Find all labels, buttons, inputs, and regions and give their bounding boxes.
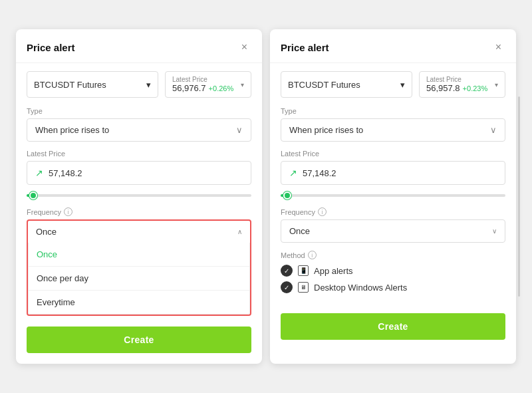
right-method-label-row: Method i	[281, 251, 505, 259]
left-latest-price-label: Latest Price	[172, 76, 233, 83]
right-scrollbar	[518, 96, 520, 297]
right-price-box[interactable]: Latest Price 56,957.8 +0.23% ▾	[419, 71, 505, 98]
left-frequency-dropdown: Once Once per day Everytime	[28, 243, 250, 315]
right-close-button[interactable]: ×	[491, 40, 505, 55]
right-type-chevron: ∨	[490, 125, 497, 135]
right-slider-track	[281, 194, 505, 197]
right-latest-price-label: Latest Price	[426, 76, 487, 83]
left-price-label: Latest Price	[27, 150, 251, 158]
left-panel-footer: Create	[16, 327, 262, 364]
left-price-change: +0.26%	[209, 84, 234, 92]
left-panel-title: Price alert	[27, 42, 75, 53]
right-slider-thumb[interactable]	[283, 192, 291, 199]
right-frequency-label-row: Frequency i	[281, 207, 505, 216]
left-dropdown-everytime[interactable]: Everytime	[29, 291, 249, 314]
left-close-button[interactable]: ×	[237, 40, 251, 55]
right-method-desktop-label: Desktop Windows Alerts	[314, 283, 407, 293]
right-frequency-value: Once	[289, 226, 310, 236]
left-type-label: Type	[27, 107, 251, 115]
left-price-box[interactable]: Latest Price 56,976.7 +0.26% ▾	[165, 71, 251, 98]
left-instrument-row: BTCUSDT Futures ▾ Latest Price 56,976.7 …	[27, 71, 251, 98]
right-phone-icon: 📱	[298, 265, 309, 276]
right-method-app-alerts[interactable]: ✓ 📱 App alerts	[281, 265, 505, 277]
left-arrow-up-icon: ↗	[35, 168, 43, 178]
left-panel-header: Price alert ×	[16, 29, 262, 63]
right-panel-header: Price alert ×	[270, 29, 516, 63]
left-instrument-name: BTCUSDT Futures	[34, 80, 106, 90]
left-frequency-info-icon[interactable]: i	[64, 207, 72, 216]
left-panel-body: BTCUSDT Futures ▾ Latest Price 56,976.7 …	[16, 63, 262, 327]
left-panel: Price alert × BTCUSDT Futures ▾ Latest P…	[16, 29, 262, 364]
right-type-label: Type	[281, 107, 505, 115]
right-monitor-icon: 🖥	[298, 282, 309, 293]
right-method-section: Method i ✓ 📱 App alerts ✓ 🖥 Desktop Wind…	[281, 251, 505, 293]
left-price-box-inner: Latest Price 56,976.7 +0.26%	[172, 76, 233, 93]
right-instrument-select[interactable]: BTCUSDT Futures ▾	[281, 71, 412, 98]
right-frequency-label: Frequency	[281, 208, 315, 216]
right-create-button[interactable]: Create	[281, 313, 505, 340]
left-type-value: When price rises to	[35, 125, 109, 135]
right-method-desktop-alerts[interactable]: ✓ 🖥 Desktop Windows Alerts	[281, 281, 505, 293]
right-method-info-icon[interactable]: i	[308, 251, 317, 259]
left-slider[interactable]	[27, 192, 251, 199]
right-price-change: +0.23%	[463, 84, 488, 92]
left-instrument-chevron: ▾	[146, 80, 151, 90]
left-frequency-value: Once	[36, 227, 57, 237]
right-price-input-value: 57,148.2	[303, 168, 336, 178]
left-instrument-select[interactable]: BTCUSDT Futures ▾	[27, 71, 158, 98]
right-frequency-info-icon[interactable]: i	[318, 207, 327, 216]
left-type-select[interactable]: When price rises to ∨	[27, 118, 251, 142]
right-instrument-chevron: ▾	[400, 80, 405, 90]
left-create-button[interactable]: Create	[27, 327, 251, 353]
right-method-app-label: App alerts	[314, 266, 353, 276]
left-frequency-chevron-up: ∧	[237, 228, 242, 235]
left-type-chevron: ∨	[236, 125, 243, 135]
left-frequency-box: Once ∧ Once Once per day Everytime	[27, 219, 251, 316]
right-slider[interactable]	[281, 192, 505, 199]
right-type-select[interactable]: When price rises to ∨	[281, 118, 505, 142]
right-price-input[interactable]: ↗ 57,148.2	[281, 161, 505, 185]
right-price-label: Latest Price	[281, 150, 505, 158]
left-frequency-section: Frequency i Once ∧ Once Once per day Eve…	[27, 207, 251, 316]
right-latest-price-value: 56,957.8	[426, 83, 460, 93]
left-slider-track	[27, 194, 251, 197]
right-check-icon-1: ✓	[281, 265, 293, 277]
right-price-box-inner: Latest Price 56,957.8 +0.23%	[426, 76, 487, 93]
left-dropdown-once[interactable]: Once	[29, 243, 249, 266]
right-panel-title: Price alert	[281, 42, 329, 53]
right-price-box-chevron: ▾	[495, 81, 498, 88]
left-price-input-value: 57,148.2	[49, 168, 82, 178]
left-price-input[interactable]: ↗ 57,148.2	[27, 161, 251, 185]
right-panel: Price alert × BTCUSDT Futures ▾ Latest P…	[270, 29, 516, 364]
left-slider-thumb[interactable]	[29, 192, 37, 199]
left-dropdown-once-per-day[interactable]: Once per day	[29, 267, 249, 290]
right-frequency-section: Frequency i Once ∨	[281, 207, 505, 243]
right-panel-footer: Create	[270, 313, 516, 350]
right-instrument-name: BTCUSDT Futures	[288, 80, 360, 90]
right-frequency-select[interactable]: Once ∨	[281, 219, 505, 243]
left-price-box-chevron: ▾	[241, 81, 244, 88]
left-frequency-label: Frequency	[27, 208, 61, 216]
left-frequency-select[interactable]: Once ∧	[28, 221, 250, 243]
right-type-value: When price rises to	[289, 125, 363, 135]
right-method-label: Method	[281, 251, 305, 259]
right-check-icon-2: ✓	[281, 281, 293, 293]
right-frequency-chevron: ∨	[492, 227, 497, 235]
left-latest-price-value: 56,976.7	[172, 83, 206, 93]
right-instrument-row: BTCUSDT Futures ▾ Latest Price 56,957.8 …	[281, 71, 505, 98]
panels-container: Price alert × BTCUSDT Futures ▾ Latest P…	[5, 19, 527, 374]
left-frequency-label-row: Frequency i	[27, 207, 251, 216]
right-panel-body: BTCUSDT Futures ▾ Latest Price 56,957.8 …	[270, 63, 516, 313]
right-arrow-up-icon: ↗	[289, 168, 297, 178]
